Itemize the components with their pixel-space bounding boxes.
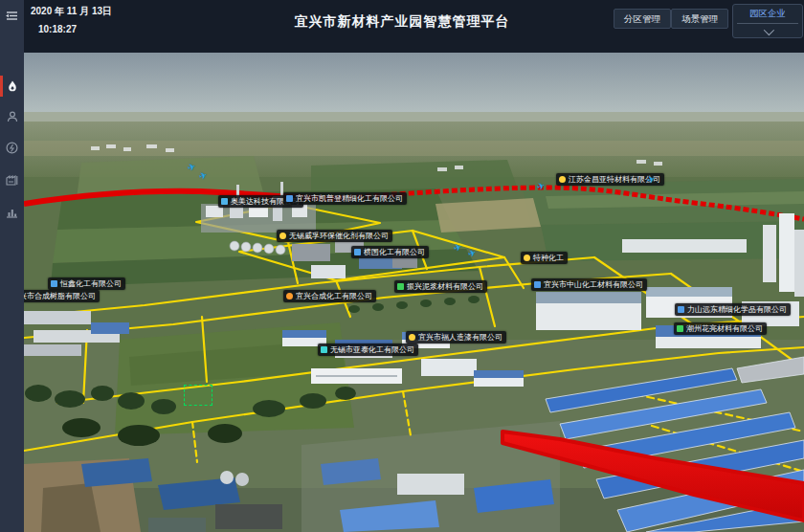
plane-marker-icon: ✈ <box>536 180 547 192</box>
enterprise-label-text: 宜兴市凯普登精细化工有限公司 <box>296 193 403 204</box>
plane-marker-icon: ✈ <box>453 241 463 254</box>
enterprise-marker-icon <box>678 306 684 313</box>
enterprise-label[interactable]: 潮州花亮材料有限公司 <box>674 322 767 335</box>
enterprise-label-text: 宜兴市中山化工材料有限公司 <box>544 279 643 290</box>
enterprise-marker-icon <box>221 198 228 205</box>
enterprise-marker-icon <box>409 334 415 341</box>
enterprise-marker-icon <box>321 346 327 353</box>
user-icon <box>7 111 18 122</box>
enterprise-marker-icon <box>397 283 404 290</box>
enterprise-marker-icon <box>524 255 530 261</box>
enterprise-marker-icon <box>286 195 293 202</box>
enterprise-label[interactable]: 力山远东精细化学品有限公司 <box>675 303 791 316</box>
enterprise-label[interactable]: 特种化工 <box>521 252 568 264</box>
enterprise-marker-icon <box>51 280 57 287</box>
plane-marker-icon: ✈ <box>467 247 478 259</box>
enterprise-label[interactable]: 振兴泥浆材料有限公司 <box>394 280 487 293</box>
enterprise-marker-icon <box>559 176 566 183</box>
selection-box <box>184 385 212 406</box>
sidebar-item-stats[interactable] <box>0 201 24 224</box>
enterprise-label[interactable]: 宜兴市福人造漆有限公司 <box>406 331 506 344</box>
enterprise-dropdown[interactable]: 园区企业 <box>732 4 803 38</box>
map-viewport[interactable]: 奥美达科技有限公司宜兴市凯普登精细化工有限公司无锡威孚环保催化剂有限公司横国化工… <box>24 53 804 532</box>
sidebar-nav <box>0 0 24 532</box>
plane-marker-icon: ✈ <box>187 161 197 173</box>
app-root: { "header": { "date": "2020 年 11 月 13日",… <box>0 0 804 532</box>
enterprise-label-text: 恒鑫化工有限公司 <box>60 278 122 289</box>
enterprise-label-text: 宜兴市合成树脂有限公司 <box>24 291 96 301</box>
enterprise-label-text: 振兴泥浆材料有限公司 <box>407 281 483 292</box>
enterprise-label[interactable]: 无锡威孚环保催化剂有限公司 <box>277 230 392 242</box>
enterprise-label[interactable]: 横国化工有限公司 <box>351 246 429 258</box>
plane-marker-icon: ✈ <box>198 169 209 182</box>
map-overlay: 奥美达科技有限公司宜兴市凯普登精细化工有限公司无锡威孚环保催化剂有限公司横国化工… <box>24 53 804 532</box>
enterprise-marker-icon <box>286 293 293 299</box>
enterprise-label[interactable]: 宜兴市中山化工材料有限公司 <box>531 278 647 291</box>
sidebar-item-energy[interactable] <box>0 136 24 159</box>
enterprise-label[interactable]: 恒鑫化工有限公司 <box>48 277 125 290</box>
sidebar-item-fire[interactable] <box>0 75 24 98</box>
energy-icon <box>6 142 18 154</box>
enterprise-label[interactable]: 宜兴市凯普登精细化工有限公司 <box>283 192 407 205</box>
sidebar-item-factory[interactable] <box>0 168 24 191</box>
enterprise-label-text: 宜兴市福人造漆有限公司 <box>418 332 502 343</box>
enterprise-label-text: 无锡市亚泰化工有限公司 <box>330 344 414 355</box>
enterprise-label-text: 横国化工有限公司 <box>364 247 425 257</box>
dropdown-divider <box>737 23 798 24</box>
enterprise-label-text: 潮州花亮材料有限公司 <box>686 323 763 334</box>
enterprise-label[interactable]: 宜兴合成化工有限公司 <box>283 290 376 302</box>
bar-chart-icon <box>6 207 18 218</box>
enterprise-dropdown-label: 园区企业 <box>733 8 802 20</box>
enterprise-label[interactable]: 无锡市亚泰化工有限公司 <box>318 344 418 356</box>
fire-icon <box>7 80 18 93</box>
scene-manage-button[interactable]: 场景管理 <box>671 9 728 29</box>
enterprise-label-text: 宜兴合成化工有限公司 <box>296 291 372 301</box>
enterprise-label-text: 无锡威孚环保催化剂有限公司 <box>289 231 389 241</box>
enterprise-label-text: 力山远东精细化学品有限公司 <box>687 304 787 315</box>
top-bar: 2020 年 11 月 13日 10:18:27 宜兴市新材料产业园智慧管理平台… <box>0 0 804 53</box>
sidebar-item-user[interactable] <box>0 105 24 128</box>
partition-manage-button[interactable]: 分区管理 <box>614 9 671 29</box>
menu-toggle-button[interactable] <box>0 4 24 27</box>
enterprise-label[interactable]: 宜兴市合成树脂有限公司 <box>24 290 100 302</box>
enterprise-marker-icon <box>354 249 361 255</box>
enterprise-marker-icon <box>534 281 541 288</box>
chevron-down-icon <box>764 25 774 35</box>
hamburger-icon <box>6 11 18 21</box>
enterprise-marker-icon <box>677 325 683 332</box>
factory-icon <box>6 174 18 186</box>
enterprise-marker-icon <box>279 233 286 239</box>
enterprise-label-text: 特种化工 <box>533 253 564 263</box>
